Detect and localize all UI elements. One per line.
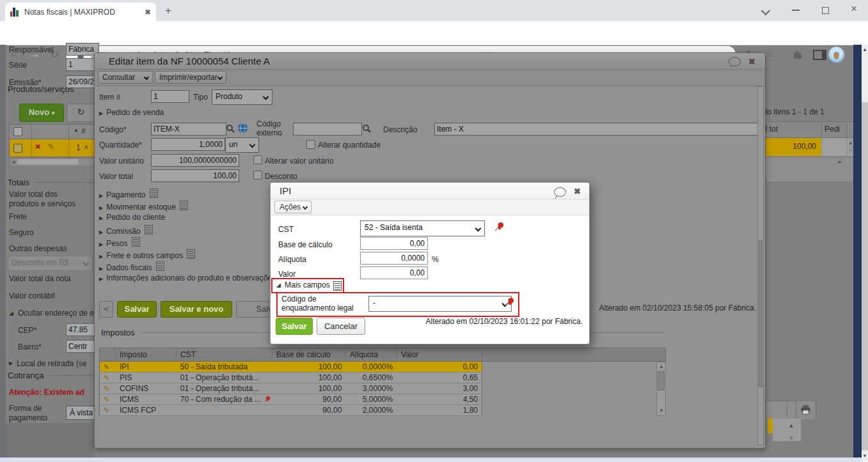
- refresh-button[interactable]: ↻: [67, 104, 95, 122]
- codigo-search-icon[interactable]: [226, 124, 235, 134]
- descricao-input[interactable]: Item - X: [434, 123, 759, 135]
- edit-row-icon[interactable]: ✎: [104, 396, 109, 403]
- col-base[interactable]: Base de cálculo: [272, 348, 346, 361]
- grid-scroll-down-icon[interactable]: ▼: [848, 148, 853, 153]
- section-pedido-cliente[interactable]: ▶Pedido do cliente: [99, 213, 165, 222]
- scrollbar-down-icon[interactable]: ▼: [862, 454, 867, 459]
- edit-row-icon[interactable]: ✎: [104, 406, 109, 414]
- table-scroll-up-icon[interactable]: ▲: [659, 364, 664, 369]
- grid-number-header[interactable]: #: [81, 127, 86, 135]
- imprimir-exportar-button[interactable]: Imprimir/exportar: [155, 71, 226, 84]
- desconto-checkbox[interactable]: [253, 171, 262, 180]
- section-comissao[interactable]: ▶Comissão: [99, 225, 153, 236]
- dialog-close-icon[interactable]: ✖: [748, 57, 755, 66]
- row-spin-icon[interactable]: ∧: [84, 143, 88, 150]
- valor-total-input[interactable]: 100,00: [151, 169, 239, 182]
- alterar-quantidade-checkbox[interactable]: [306, 140, 315, 149]
- mais-campos-label[interactable]: Mais campos: [285, 281, 330, 289]
- edit-row-icon[interactable]: ✎: [104, 374, 109, 381]
- row-checkbox[interactable]: [13, 144, 22, 153]
- ipi-cancelar-button[interactable]: Cancelar: [317, 318, 365, 335]
- edit-row-icon[interactable]: ✎: [104, 385, 109, 392]
- codigo-externo-input[interactable]: [293, 123, 362, 135]
- table-row-cofins[interactable]: ✎ COFINS 01 - Operação tributá... 100,00…: [99, 383, 482, 394]
- tab-title: Notas fiscais | MAXIPROD: [24, 8, 145, 17]
- tab-close-icon[interactable]: ✖: [145, 8, 151, 17]
- window-restore-icon[interactable]: [822, 7, 829, 14]
- unidade-select[interactable]: un: [225, 137, 259, 153]
- codigo-externo-search-icon[interactable]: [362, 124, 372, 134]
- grid-scroll-up-icon[interactable]: ▲: [848, 141, 853, 146]
- sort-asc-icon[interactable]: ▲: [74, 127, 79, 133]
- ocultar-endereco-label[interactable]: Ocultar endereço de e: [18, 309, 94, 318]
- valor-unitario-input[interactable]: 100,0000000000: [151, 154, 239, 167]
- edit-row-icon[interactable]: ✎: [104, 363, 109, 371]
- table-row-pis[interactable]: ✎ PIS 01 - Operação tributá... 100,00 0,…: [99, 373, 482, 383]
- grid-expand-icon[interactable]: ►: [837, 160, 842, 165]
- base-calculo-input[interactable]: 0,00: [360, 237, 428, 250]
- delete-row-icon[interactable]: ✖: [35, 143, 40, 150]
- section-informacoes-adicionais[interactable]: ▶Informações adicionais do produto e obs…: [99, 273, 276, 282]
- impostos-table-scrollbar[interactable]: ▲ ▼: [656, 362, 666, 416]
- enquadramento-pin-icon[interactable]: [503, 296, 515, 308]
- print-button[interactable]: [796, 400, 816, 420]
- aliquota-input[interactable]: 0,0000: [360, 252, 428, 265]
- item-num-input[interactable]: 1: [151, 90, 189, 103]
- browser-scrollbar[interactable]: ▲ ▼: [862, 45, 868, 462]
- section-movimentar-estoque[interactable]: ▶Movimentar estoque: [99, 201, 188, 212]
- codigo-globe-icon[interactable]: [237, 123, 248, 134]
- cst-pin-icon[interactable]: [493, 221, 505, 233]
- col-imposto[interactable]: Imposto: [116, 348, 177, 361]
- tab-search-chevron-icon[interactable]: [761, 6, 770, 15]
- select-all-checkbox[interactable]: [13, 127, 22, 136]
- hscroll-left-icon[interactable]: ◄: [11, 160, 16, 165]
- ocultar-endereco-collapse-icon[interactable]: ◢: [9, 310, 13, 316]
- pedido-venda-section[interactable]: ▶Pedido de venda: [99, 108, 164, 117]
- dialog-salvar-button[interactable]: Salvar: [117, 301, 157, 318]
- ipi-comment-icon[interactable]: [554, 187, 566, 197]
- scrollbar-up-icon[interactable]: ▲: [862, 47, 867, 52]
- dialog-comment-icon[interactable]: [729, 57, 741, 66]
- window-minimize-icon[interactable]: [792, 10, 800, 11]
- table-row-icms[interactable]: ✎ ICMS 70 - Com redução da ... 90,00 5,0…: [99, 394, 482, 405]
- window-close-icon[interactable]: ×: [851, 3, 857, 15]
- table-row-icms-fcp[interactable]: ✎ ICMS FCP 90,00 2,0000% 1,80: [99, 405, 482, 416]
- desconto-select[interactable]: Desconto em R$: [8, 256, 93, 271]
- valor-input[interactable]: 0,00: [360, 266, 428, 279]
- quantidade-input[interactable]: 1,0000: [151, 138, 225, 151]
- codigo-input[interactable]: ITEM-X: [151, 123, 226, 135]
- section-frete-outros[interactable]: ▶Frete e outros campos: [99, 249, 195, 260]
- local-retirada-expand-icon[interactable]: ▶: [9, 360, 13, 366]
- section-dados-fiscais[interactable]: ▶Dados fiscais: [99, 261, 164, 272]
- section-pagamento[interactable]: ▶Pagamento: [99, 189, 158, 199]
- br-scroll-up-icon[interactable]: ▲: [788, 423, 794, 428]
- ipi-close-icon[interactable]: ✖: [574, 187, 581, 196]
- mais-campos-collapse-icon[interactable]: ◢: [276, 282, 281, 288]
- br-scroll-down-icon[interactable]: ▼: [788, 436, 794, 441]
- back-step-button[interactable]: <: [99, 301, 113, 318]
- pedido-header[interactable]: Pedi: [825, 125, 844, 134]
- table-scroll-down-icon[interactable]: ▼: [659, 408, 664, 413]
- col-aliquota[interactable]: Alíquota: [346, 348, 397, 361]
- dialog-salvar-novo-button[interactable]: Salvar e novo: [161, 301, 232, 318]
- val-tot-header[interactable]: Val tot: [757, 125, 818, 134]
- consultar-button[interactable]: Consultar: [98, 71, 153, 84]
- novo-button[interactable]: Novo ▾: [19, 104, 64, 122]
- outras-despesas-label: Outras despesas: [9, 244, 67, 253]
- col-valor[interactable]: Valor: [397, 348, 482, 361]
- browser-tab[interactable]: Notas fiscais | MAXIPROD ✖: [5, 3, 156, 21]
- alterar-valor-checkbox[interactable]: [253, 155, 262, 164]
- tipo-select[interactable]: Produto: [212, 89, 272, 105]
- new-tab-button[interactable]: +: [165, 4, 171, 17]
- enquadramento-select[interactable]: -: [368, 296, 512, 312]
- dialog-scrollbar[interactable]: [757, 86, 764, 445]
- col-cst[interactable]: CST: [177, 348, 272, 361]
- cst-select[interactable]: 52 - Saída isenta: [360, 220, 485, 236]
- local-retirada-label[interactable]: Local de retirada (se: [17, 359, 94, 368]
- products-hscrollbar[interactable]: ◄: [9, 158, 95, 167]
- table-row-ipi[interactable]: ✎ IPI 50 - Saída tributada 100,00 0,0000…: [99, 362, 482, 373]
- ipi-salvar-button[interactable]: Salvar: [276, 318, 313, 335]
- acoes-button[interactable]: Ações: [274, 201, 312, 213]
- edit-row-icon[interactable]: ✎: [48, 142, 54, 151]
- section-pesos[interactable]: ▶Pesos: [99, 237, 140, 248]
